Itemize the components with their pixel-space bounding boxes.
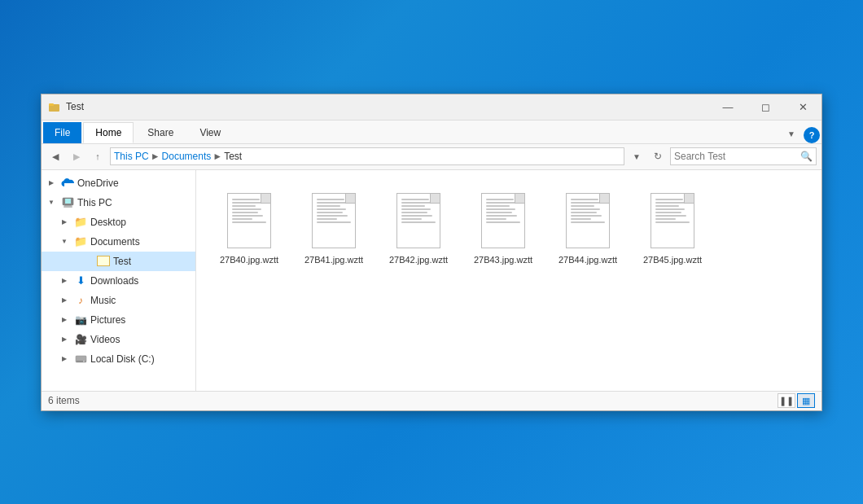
file-page-line — [401, 205, 425, 207]
file-page-line — [571, 202, 602, 204]
file-page — [396, 193, 440, 248]
file-name: 27B42.jpg.wztt — [389, 254, 448, 265]
onedrive-icon — [61, 177, 74, 190]
sidebar-label-onedrive: OneDrive — [77, 177, 119, 189]
file-page-line — [317, 205, 340, 207]
file-page-line — [232, 205, 256, 207]
file-page-line — [401, 199, 429, 200]
breadcrumb-dropdown-btn[interactable]: ▼ — [628, 147, 646, 165]
file-item-4[interactable]: 27B44.jpg.wztt — [551, 186, 624, 270]
file-page-line — [486, 205, 510, 207]
file-page-line — [486, 199, 514, 200]
tab-home[interactable]: Home — [83, 122, 134, 143]
file-page-line — [232, 215, 263, 217]
file-page — [227, 193, 271, 248]
file-page-line — [317, 208, 346, 210]
breadcrumb-item-documents[interactable]: Documents — [162, 151, 212, 162]
file-icon — [562, 191, 614, 251]
file-page-line — [401, 218, 422, 220]
search-icon[interactable]: 🔍 — [800, 151, 813, 162]
file-item-3[interactable]: 27B43.jpg.wztt — [467, 186, 540, 270]
ribbon-collapse-btn[interactable]: ▼ — [782, 125, 800, 143]
back-button[interactable]: ◀ — [46, 147, 64, 165]
file-page — [566, 193, 610, 248]
file-item-0[interactable]: 27B40.jpg.wztt — [212, 186, 286, 270]
file-page-line — [486, 221, 520, 223]
file-page-line — [486, 212, 512, 213]
search-box[interactable]: 🔍 — [670, 147, 817, 165]
help-btn[interactable]: ? — [804, 127, 820, 143]
file-page-line — [232, 199, 260, 200]
file-page-line — [486, 202, 517, 204]
file-item-2[interactable]: 27B42.jpg.wztt — [382, 186, 455, 270]
file-page-line — [655, 208, 685, 210]
file-name: 27B43.jpg.wztt — [474, 254, 532, 265]
file-page-line — [401, 215, 432, 217]
file-page-line — [486, 218, 506, 220]
tab-file[interactable]: File — [43, 122, 81, 143]
search-input[interactable] — [674, 151, 800, 162]
refresh-button[interactable]: ↻ — [649, 147, 667, 165]
computer-icon — [61, 196, 74, 209]
file-page-line — [655, 218, 676, 220]
sidebar-item-test[interactable]: ▶ Test — [42, 252, 195, 271]
breadcrumb-item-thispc[interactable]: This PC — [114, 151, 149, 162]
tab-share[interactable]: Share — [135, 122, 186, 143]
downloads-expand-icon: ▶ — [58, 274, 71, 287]
list-view-button[interactable]: ❚❚ — [778, 393, 795, 408]
tab-view[interactable]: View — [187, 122, 233, 143]
close-button[interactable]: ✕ — [784, 94, 821, 121]
sidebar-item-localdisk[interactable]: ▶ Local Disk (C:) — [42, 349, 195, 369]
sidebar-item-thispc[interactable]: ▼ This PC — [42, 193, 195, 213]
forward-button[interactable]: ▶ — [68, 147, 85, 165]
sidebar-item-music[interactable]: ▶ ♪ Music — [42, 291, 195, 310]
breadcrumb-bar[interactable]: This PC ► Documents ► Test — [110, 147, 624, 165]
sidebar-item-desktop[interactable]: ▶ 📁 Desktop — [42, 213, 195, 232]
sidebar-item-downloads[interactable]: ▶ ⬇ Downloads — [42, 271, 195, 291]
documents-expand-icon: ▼ — [58, 235, 71, 248]
title-bar-icon — [48, 100, 61, 113]
file-page-line — [317, 202, 348, 204]
item-count: 6 items — [48, 395, 80, 406]
sidebar-label-pictures: Pictures — [90, 314, 125, 326]
file-item-1[interactable]: 27B41.jpg.wztt — [297, 186, 370, 270]
documents-folder-icon: 📁 — [74, 235, 87, 248]
file-page-line — [401, 212, 427, 213]
file-name: 27B40.jpg.wztt — [220, 254, 278, 265]
window-controls: — ◻ ✕ — [709, 94, 821, 120]
file-page — [651, 193, 694, 248]
file-item-5[interactable]: 27B45.jpg.wztt — [636, 186, 709, 270]
sidebar-label-documents: Documents — [90, 236, 140, 248]
sidebar-label-music: Music — [90, 295, 116, 306]
file-page-line — [317, 221, 351, 223]
sidebar-item-videos[interactable]: ▶ 🎥 Videos — [42, 330, 195, 349]
sidebar-item-onedrive[interactable]: ▶ OneDrive — [42, 173, 195, 193]
grid-view-button[interactable]: ▦ — [797, 393, 815, 408]
file-explorer-window: Test — ◻ ✕ File Home Share View ▼ ? ◀ ▶ … — [41, 94, 822, 411]
file-page-line — [317, 199, 344, 200]
file-grid: 27B40.jpg.wztt 27B41.jpg.wztt 27B42.jpg.… — [204, 178, 813, 278]
file-icon — [392, 191, 445, 251]
file-page-line — [232, 202, 263, 204]
videos-expand-icon: ▶ — [58, 333, 71, 346]
file-page-line — [655, 215, 686, 217]
file-page-line — [232, 212, 258, 213]
drive-icon — [74, 353, 87, 366]
file-page-corner — [261, 194, 270, 204]
view-toggle-buttons: ❚❚ ▦ — [778, 393, 815, 408]
sidebar-item-documents[interactable]: ▼ 📁 Documents — [42, 232, 195, 252]
drive-expand-icon: ▶ — [58, 353, 71, 366]
music-expand-icon: ▶ — [58, 294, 71, 307]
file-page-corner — [345, 194, 355, 204]
sidebar-item-pictures[interactable]: ▶ 📷 Pictures — [42, 310, 195, 330]
file-page-line — [401, 202, 432, 204]
file-content-area: 27B40.jpg.wztt 27B41.jpg.wztt 27B42.jpg.… — [196, 170, 821, 391]
file-page-line — [571, 205, 594, 207]
maximize-button[interactable]: ◻ — [747, 94, 784, 121]
up-button[interactable]: ↑ — [89, 147, 107, 165]
file-page-line — [317, 218, 337, 220]
file-page-line — [571, 218, 591, 220]
title-bar: Test — ◻ ✕ — [42, 94, 821, 121]
file-page-line — [571, 221, 605, 223]
minimize-button[interactable]: — — [709, 94, 747, 121]
